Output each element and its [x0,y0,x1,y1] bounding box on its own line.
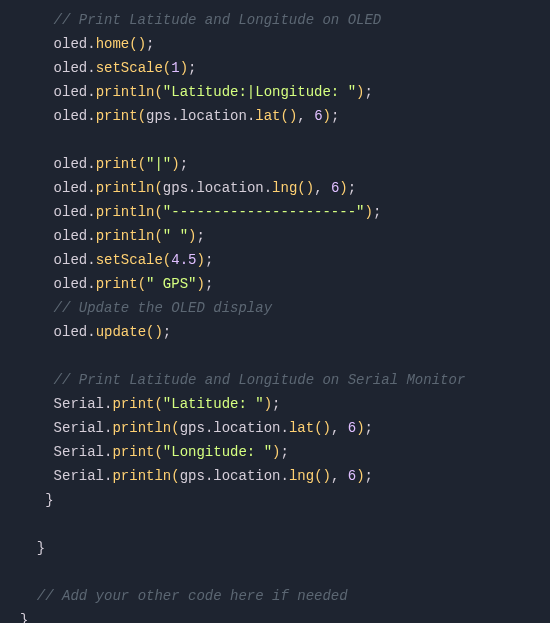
token-paren: ( [138,156,146,172]
indent [20,224,54,248]
token-obj: oled [54,60,88,76]
indent [20,272,54,296]
token-method: home [96,36,130,52]
token-ident [45,516,53,532]
token-punct: ; [280,444,288,460]
code-line: oled.print(" GPS"); [0,272,550,296]
token-paren: ) [171,156,179,172]
token-punct: ; [272,396,280,412]
code-line: oled.println(" "); [0,224,550,248]
token-method: println [96,228,155,244]
code-editor: // Print Latitude and Longitude on OLED … [0,0,550,623]
token-obj: oled [54,228,88,244]
indent [20,320,54,344]
token-dot: . [87,108,95,124]
token-method: setScale [96,252,163,268]
token-number: 4.5 [171,252,196,268]
token-obj: oled [54,36,88,52]
token-paren: ( [154,180,162,196]
token-punct: ; [188,60,196,76]
code-line: } [0,536,550,560]
token-string: "----------------------" [163,204,365,220]
token-punct: ; [205,252,213,268]
code-line [0,128,550,152]
indent [20,80,54,104]
token-method: lat [255,108,280,124]
indent [20,512,45,536]
token-obj: location [213,468,280,484]
code-line: } [0,608,550,623]
code-line [0,560,550,584]
token-paren: ) [356,420,364,436]
token-method: println [96,84,155,100]
token-punct: ; [331,108,339,124]
token-punct: ; [205,276,213,292]
token-method: update [96,324,146,340]
token-brace: } [37,540,45,556]
token-paren: ) [339,180,347,196]
token-comment: // Print Latitude and Longitude on OLED [54,12,382,28]
token-method: lng [289,468,314,484]
token-paren: ( [138,108,146,124]
token-paren: () [281,108,298,124]
token-dot: . [87,204,95,220]
token-dot: . [87,252,95,268]
indent [20,464,54,488]
token-paren: ( [154,228,162,244]
code-line: } [0,488,550,512]
token-obj: gps [180,420,205,436]
token-dot: . [87,84,95,100]
indent [20,584,37,608]
code-line: Serial.print("Latitude: "); [0,392,550,416]
indent [20,488,45,512]
indent [20,248,54,272]
token-method: print [112,396,154,412]
token-paren: ( [154,204,162,220]
code-line: oled.home(); [0,32,550,56]
token-dot: . [87,228,95,244]
token-paren: ( [154,84,162,100]
code-line: // Print Latitude and Longitude on Seria… [0,368,550,392]
code-line: // Add your other code here if needed [0,584,550,608]
token-punct: ; [146,36,154,52]
token-punct: ; [373,204,381,220]
token-paren: ( [163,60,171,76]
token-paren: () [297,180,314,196]
indent [20,128,54,152]
indent [20,200,54,224]
token-dot: . [264,180,272,196]
token-punct: ; [196,228,204,244]
token-obj: gps [163,180,188,196]
token-string: "Latitude:|Longitude: " [163,84,356,100]
code-line [0,344,550,368]
token-paren: () [146,324,163,340]
indent [20,176,54,200]
token-paren: ) [264,396,272,412]
token-obj: oled [54,108,88,124]
token-method: lng [272,180,297,196]
code-line: oled.setScale(1); [0,56,550,80]
code-line: oled.print(gps.location.lat(), 6); [0,104,550,128]
token-paren: ) [196,252,204,268]
token-ident [54,132,62,148]
indent [20,392,54,416]
token-obj: gps [146,108,171,124]
token-string: " GPS" [146,276,196,292]
token-obj: location [213,420,280,436]
indent [20,560,37,584]
indent [20,32,54,56]
indent [20,56,54,80]
token-obj: oled [54,252,88,268]
token-obj: Serial [54,396,104,412]
code-line: oled.println(gps.location.lng(), 6); [0,176,550,200]
token-dot: . [171,108,179,124]
token-brace: } [45,492,53,508]
token-comment: // Print Latitude and Longitude on Seria… [54,372,466,388]
code-line [0,512,550,536]
token-paren: ( [171,468,179,484]
token-method: println [96,204,155,220]
token-number: 6 [348,420,356,436]
token-method: print [112,444,154,460]
token-dot: . [87,36,95,52]
indent [20,296,54,320]
